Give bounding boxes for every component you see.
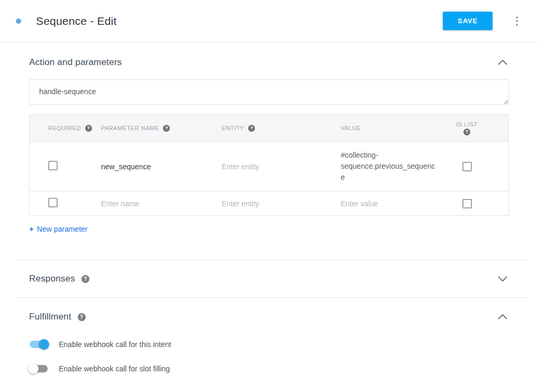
action-section-title: Action and parameters xyxy=(29,57,122,68)
fulfillment-section-header: Fulfillment ? xyxy=(29,312,509,322)
plus-icon: + xyxy=(29,224,34,233)
parameter-name-input[interactable] xyxy=(101,162,211,171)
parameter-value-input[interactable] xyxy=(341,199,436,208)
header-bar: Sequence - Edit SAVE xyxy=(0,0,537,42)
help-icon[interactable]: ? xyxy=(248,125,255,132)
page-title: Sequence - Edit xyxy=(36,15,116,28)
parameter-name-cell xyxy=(101,162,222,171)
value-cell: #collecting-sequence.previous_sequence xyxy=(341,150,447,183)
entity-cell xyxy=(222,199,341,208)
is-list-cell xyxy=(447,199,508,208)
parameter-row-empty xyxy=(30,191,508,215)
webhook-slot-filling-toggle-label: Enable webhook call for slot filling xyxy=(59,364,170,373)
entity-cell xyxy=(222,162,341,171)
is-list-checkbox[interactable] xyxy=(462,162,472,171)
chevron-up-icon[interactable] xyxy=(496,313,509,321)
required-checkbox[interactable] xyxy=(48,198,58,207)
parameters-table: REQUIRED ? PARAMETER NAME ? ENTITY ? VAL… xyxy=(29,114,509,216)
parameter-name-cell xyxy=(101,199,222,208)
column-value: VALUE xyxy=(341,125,447,131)
section-divider xyxy=(16,297,529,298)
column-parameter-name: PARAMETER NAME ? xyxy=(101,125,222,132)
help-icon[interactable]: ? xyxy=(463,129,470,135)
entity-input[interactable] xyxy=(222,199,330,208)
webhook-intent-toggle[interactable] xyxy=(29,339,48,350)
parameters-table-header: REQUIRED ? PARAMETER NAME ? ENTITY ? VAL… xyxy=(30,115,508,141)
save-button[interactable]: SAVE xyxy=(443,12,493,30)
webhook-slot-filling-toggle-row: Enable webhook call for slot filling xyxy=(29,363,509,374)
parameter-value-input[interactable]: #collecting-sequence.previous_sequence xyxy=(341,150,439,183)
chevron-up-icon[interactable] xyxy=(496,58,509,67)
help-icon[interactable]: ? xyxy=(163,125,170,132)
value-cell xyxy=(341,199,447,208)
column-entity: ENTITY ? xyxy=(222,125,341,132)
new-parameter-label: New parameter xyxy=(37,225,88,233)
webhook-slot-filling-toggle[interactable] xyxy=(29,363,48,374)
new-parameter-button[interactable]: + New parameter xyxy=(29,224,87,233)
required-checkbox[interactable] xyxy=(48,161,58,170)
column-is-list: IS LIST ? xyxy=(447,121,508,135)
action-name-input[interactable]: handle-sequence xyxy=(29,79,509,105)
more-options-icon[interactable] xyxy=(513,14,521,28)
responses-section-header: Responses ? xyxy=(29,260,509,297)
help-icon[interactable]: ? xyxy=(81,275,89,283)
webhook-intent-toggle-row: Enable webhook call for this intent xyxy=(29,339,509,350)
required-cell xyxy=(30,161,101,172)
help-icon[interactable]: ? xyxy=(85,125,92,132)
entity-input[interactable] xyxy=(222,162,330,171)
intent-editor-body: Action and parameters handle-sequence RE… xyxy=(0,57,537,374)
action-section-header: Action and parameters xyxy=(29,57,509,68)
fulfillment-section-title: Fulfillment xyxy=(29,312,71,322)
parameter-name-input[interactable] xyxy=(101,199,211,208)
webhook-intent-toggle-label: Enable webhook call for this intent xyxy=(59,340,171,349)
required-cell xyxy=(30,198,101,209)
help-icon[interactable]: ? xyxy=(78,313,86,321)
is-list-checkbox[interactable] xyxy=(462,199,472,208)
is-list-cell xyxy=(447,162,508,171)
parameter-row: #collecting-sequence.previous_sequence xyxy=(30,141,508,191)
chevron-down-icon[interactable] xyxy=(496,275,509,283)
responses-section-title: Responses xyxy=(29,274,75,284)
intent-dot-icon xyxy=(16,19,21,24)
column-required: REQUIRED ? xyxy=(30,125,101,132)
